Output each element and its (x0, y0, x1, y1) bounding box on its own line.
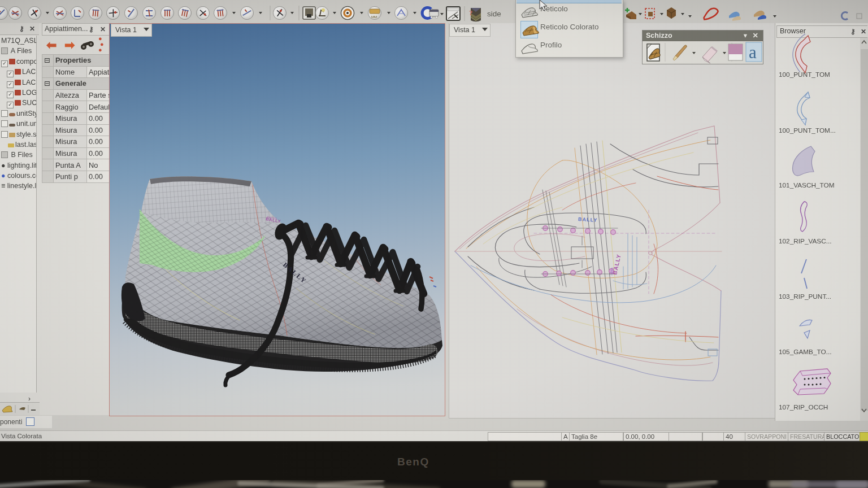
svg-text:BALLY: BALLY (578, 216, 598, 223)
svg-text:a: a (749, 42, 757, 62)
svg-text:side: side (487, 10, 501, 18)
svg-text:MM: MM (371, 15, 377, 19)
svg-text:?: ? (469, 8, 473, 17)
